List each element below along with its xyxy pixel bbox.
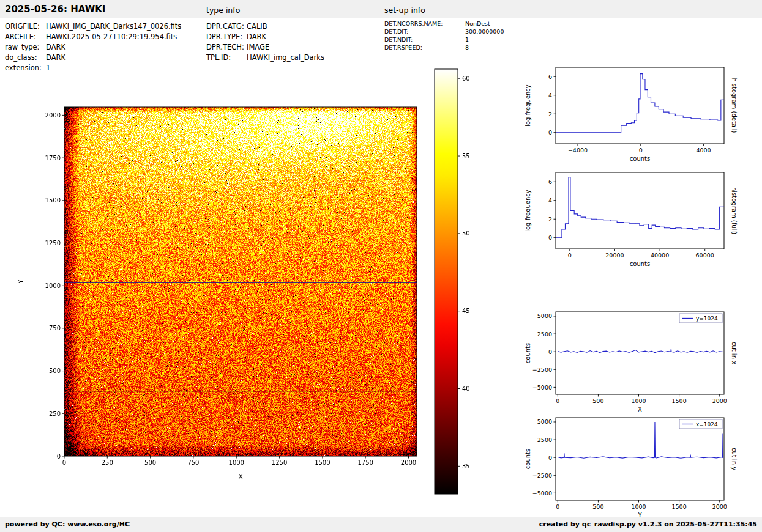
cut-in-y-frame [556,418,724,500]
y-tick-label: 0 [548,454,552,461]
meta-label: ORIGFILE: [5,22,46,32]
colorbar [435,69,458,494]
y-tick-label: −5000 [532,490,552,497]
x-tick-label: 500 [144,459,156,466]
y-tick-label: 2000 [45,112,61,119]
meta-label: DPR.TYPE: [206,32,247,43]
y-tick-label: 500 [49,368,61,374]
y-tick-label: 750 [49,325,61,331]
y-tick-label: 6 [548,73,552,80]
meta-value: IMAGE [247,43,269,53]
histogram-detail-line [556,74,724,133]
y-axis-label: log frequency [525,84,531,127]
colorbar-tick-label: 45 [462,308,470,314]
meta-row-dit: DET.DIT: 300.0000000 [384,28,504,36]
histogram-full-line [556,177,724,238]
meta-value: CALIB [247,22,267,32]
y-tick-label: 6 [548,179,552,185]
x-tick-label: 1250 [272,459,287,466]
meta-row-dpr-catg: DPR.CATG: CALIB [206,22,324,32]
y-axis-label: counts [525,343,531,363]
colorbar-tick-label: 50 [462,230,470,237]
x-tick-label: 1500 [672,503,687,510]
side-label: cut in y [731,448,738,470]
meta-label: DET.DIT: [384,28,465,36]
y-axis-label: counts [525,449,531,469]
y-tick-label: 2500 [537,331,552,338]
x-tick-label: 500 [592,503,603,510]
footer-credit-qc: powered by QC: www.eso.org/HC [5,520,130,528]
meta-value: HAWKI_IMG_DARK_Darks147_0026.fits [46,22,181,32]
y-tick-label: 4 [548,197,552,204]
meta-value: NonDest [465,20,490,28]
x-tick-label: 500 [592,397,603,404]
type-info-heading: type info [206,6,240,15]
y-tick-label: 1750 [45,155,61,161]
meta-value: DARK [247,32,266,43]
y-tick-label: 2500 [537,437,552,443]
y-tick-label: 5000 [537,418,552,425]
y-axis-label: log frequency [525,190,531,232]
meta-row-dpr-tech: DPR.TECH: IMAGE [206,43,324,53]
y-tick-label: 4 [548,92,552,98]
x-axis-label: X [238,473,242,480]
meta-value: 300.0000000 [465,28,504,36]
y-axis-label: Y [17,279,24,284]
legend-label: y=1024 [696,316,718,322]
colorbar-tick-label: 55 [462,153,470,160]
y-tick-label: 1000 [45,283,61,289]
report-title: 2025-05-26: HAWKI [5,4,105,15]
meta-value: DARK [46,43,65,53]
x-tick-label: 750 [187,459,199,466]
y-tick-label: −2500 [532,366,552,373]
y-tick-label: 0 [548,234,552,241]
meta-label: ARCFILE: [5,32,46,43]
x-tick-label: 1750 [357,459,373,466]
y-tick-label: 2 [548,111,552,117]
x-tick-label: 2000 [712,397,727,404]
meta-row-raw-type: raw_type: DARK [5,43,181,53]
meta-row-ndit: DET.NDIT: 1 [384,36,504,44]
colorbar-tick-label: 40 [462,385,470,392]
x-tick-label: −4000 [568,147,588,153]
histogram-detail-plot: −4000040000246countslog frequencyhistogr… [514,61,753,183]
meta-label: DET.NDIT: [384,36,465,44]
x-tick-label: 20000 [605,252,624,259]
histogram-full-plot: 02000040000600000246countslog frequencyh… [514,166,753,289]
y-tick-label: 0 [57,453,61,460]
x-tick-label: 40000 [651,252,669,259]
x-axis-label: counts [630,155,650,162]
setup-info-column: DET.NCORRS.NAME: NonDest DET.DIT: 300.00… [384,20,504,52]
x-tick-label: 60000 [696,252,714,259]
x-tick-label: 1500 [672,397,687,404]
side-label: histogram (detail) [731,78,738,133]
x-axis-label: counts [630,260,650,267]
y-tick-label: 2 [548,216,552,223]
x-tick-label: 4000 [696,147,711,153]
cut-in-x-frame [556,312,724,394]
y-tick-label: 1500 [45,197,61,204]
x-tick-label: 1000 [631,397,646,404]
x-tick-label: 1000 [229,459,244,466]
y-tick-label: 0 [548,129,552,136]
meta-row-origfile: ORIGFILE: HAWKI_IMG_DARK_Darks147_0026.f… [5,22,181,32]
meta-label: raw_type: [5,43,46,53]
y-tick-label: −5000 [532,384,552,391]
raw-frame-frame [64,107,417,456]
x-tick-label: 2000 [401,459,416,466]
cut-in-x-plot: 0500100015002000−5000−2500025005000Xcoun… [514,306,753,428]
cut-in-x-line [558,349,723,353]
x-tick-label: 1500 [315,459,330,466]
meta-row-rspeed: DET.RSPEED: 8 [384,44,504,52]
x-tick-label: 0 [556,503,559,510]
x-tick-label: 0 [568,252,572,259]
footer-created-by: created by qc_rawdisp.py v1.2.3 on 2025-… [539,520,757,528]
meta-label: DPR.TECH: [206,43,247,53]
x-tick-label: 250 [102,459,113,466]
side-label: cut in x [731,342,738,364]
meta-row-ncorrs: DET.NCORRS.NAME: NonDest [384,20,504,28]
x-tick-label: 1000 [631,503,646,510]
meta-value: 8 [465,44,469,52]
setup-info-heading: set-up info [384,6,425,15]
legend-label: x=1024 [696,421,718,427]
